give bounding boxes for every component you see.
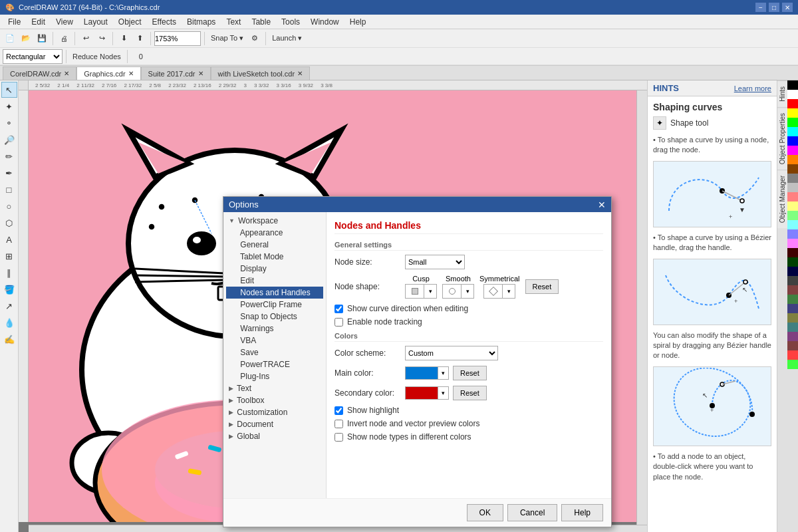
content-panel: Nodes and Handles General settings Node … bbox=[327, 212, 611, 498]
dialog-footer: OK Cancel Help bbox=[223, 498, 611, 527]
ok-button[interactable]: OK bbox=[467, 504, 503, 521]
tree-item-display[interactable]: Display bbox=[226, 263, 323, 275]
secondary-color-swatch-group: ▾ bbox=[405, 386, 449, 400]
secondary-color-row: Secondary color: ▾ Reset bbox=[334, 386, 603, 400]
tree-item-appearance[interactable]: Appearance bbox=[226, 227, 323, 239]
tree-item-edit[interactable]: Edit bbox=[226, 275, 323, 287]
smooth-group: Smooth ▾ bbox=[442, 275, 474, 299]
tree-item-snap-to-objects[interactable]: Snap to Objects bbox=[226, 311, 323, 323]
secondary-color-reset-button[interactable]: Reset bbox=[453, 386, 487, 400]
node-size-select[interactable]: Small Medium Large bbox=[405, 255, 465, 269]
main-color-label: Main color: bbox=[334, 368, 401, 378]
smooth-shape-select[interactable]: ▾ bbox=[442, 284, 474, 299]
dialog-title-bar: Options ✕ bbox=[223, 197, 611, 212]
cusp-shape-box bbox=[406, 285, 424, 298]
invert-node-colors-checkbox[interactable] bbox=[334, 420, 343, 428]
show-node-types-label[interactable]: Show node types in different colors bbox=[347, 432, 471, 442]
tree-item-tablet-mode[interactable]: Tablet Mode bbox=[226, 251, 323, 263]
color-scheme-select[interactable]: Custom Default High Contrast bbox=[405, 346, 498, 360]
main-color-dropdown[interactable]: ▾ bbox=[438, 366, 449, 380]
tree-arrow: ▶ bbox=[229, 385, 233, 392]
node-size-label: Node size: bbox=[334, 257, 401, 267]
main-color-swatch[interactable] bbox=[405, 366, 438, 380]
tree-item-text[interactable]: ▶ Text bbox=[226, 382, 323, 394]
main-color-row: Main color: ▾ Reset bbox=[334, 366, 603, 380]
show-highlight-row: Show highlight bbox=[334, 406, 603, 415]
show-node-types-row: Show node types in different colors bbox=[334, 432, 603, 442]
tree-arrow: ▼ bbox=[229, 217, 235, 224]
smooth-dropdown[interactable]: ▾ bbox=[462, 285, 473, 298]
symmetrical-shape-box bbox=[484, 285, 503, 298]
tree-item-plug-ins[interactable]: Plug-Ins bbox=[226, 370, 323, 382]
options-dialog: Options ✕ ▼ Workspace Appearance General… bbox=[223, 196, 612, 527]
main-color-swatch-group: ▾ bbox=[405, 366, 449, 380]
show-curve-direction-checkbox[interactable] bbox=[334, 305, 343, 313]
smooth-label: Smooth bbox=[446, 275, 471, 283]
tree-item-powerclip-frame[interactable]: PowerClip Frame bbox=[226, 299, 323, 311]
symmetrical-dropdown[interactable]: ▾ bbox=[503, 285, 515, 298]
tree-panel: ▼ Workspace Appearance General Tablet Mo… bbox=[223, 212, 327, 498]
tree-item-powertrace[interactable]: PowerTRACE bbox=[226, 358, 323, 370]
reset-shape-button[interactable]: Reset bbox=[525, 279, 559, 294]
enable-node-tracking-checkbox[interactable] bbox=[334, 318, 343, 327]
enable-node-tracking-label[interactable]: Enable node tracking bbox=[347, 317, 422, 327]
color-scheme-row: Color scheme: Custom Default High Contra… bbox=[334, 346, 603, 360]
colors-label: Colors bbox=[334, 332, 603, 342]
tree-item-toolbox[interactable]: ▶ Toolbox bbox=[226, 394, 323, 406]
symmetrical-shape-select[interactable]: ▾ bbox=[483, 284, 515, 299]
show-node-types-checkbox[interactable] bbox=[334, 433, 343, 442]
secondary-color-swatch[interactable] bbox=[405, 386, 438, 400]
show-curve-direction-row: Show curve direction when editing bbox=[334, 304, 603, 313]
secondary-color-dropdown[interactable]: ▾ bbox=[438, 386, 449, 400]
node-shape-row: Node shape: Cusp ▾ Smoo bbox=[334, 275, 603, 299]
tree-item-save[interactable]: Save bbox=[226, 346, 323, 358]
node-shape-label: Node shape: bbox=[334, 282, 401, 291]
tree-item-customization[interactable]: ▶ Customization bbox=[226, 406, 323, 418]
cusp-dropdown[interactable]: ▾ bbox=[424, 285, 436, 298]
enable-node-tracking-row: Enable node tracking bbox=[334, 317, 603, 327]
symmetrical-group: Symmetrical ▾ bbox=[479, 275, 520, 299]
tree-arrow: ▶ bbox=[229, 409, 233, 416]
content-title: Nodes and Handles bbox=[334, 220, 603, 234]
node-size-row: Node size: Small Medium Large bbox=[334, 255, 603, 269]
tree-item-workspace[interactable]: ▼ Workspace bbox=[226, 215, 323, 227]
tree-item-warnings[interactable]: Warnings bbox=[226, 323, 323, 334]
dialog-body: ▼ Workspace Appearance General Tablet Mo… bbox=[223, 212, 611, 498]
cusp-shape-select[interactable]: ▾ bbox=[405, 284, 437, 299]
invert-node-colors-label[interactable]: Invert node and vector preview colors bbox=[347, 419, 479, 428]
node-shape-options: Cusp ▾ Smooth bbox=[405, 275, 559, 299]
dialog-overlay: Options ✕ ▼ Workspace Appearance General… bbox=[0, 0, 798, 532]
help-button[interactable]: Help bbox=[561, 504, 603, 521]
show-curve-direction-label[interactable]: Show curve direction when editing bbox=[347, 304, 468, 313]
tree-arrow: ▶ bbox=[229, 433, 233, 440]
tree-arrow: ▶ bbox=[229, 421, 233, 428]
show-highlight-label[interactable]: Show highlight bbox=[347, 406, 399, 415]
tree-item-vba[interactable]: VBA bbox=[226, 334, 323, 346]
color-scheme-label: Color scheme: bbox=[334, 348, 401, 358]
symmetrical-label: Symmetrical bbox=[479, 275, 520, 283]
tree-item-general[interactable]: General bbox=[226, 239, 323, 251]
dialog-close-button[interactable]: ✕ bbox=[598, 200, 606, 209]
secondary-color-label: Secondary color: bbox=[334, 388, 401, 398]
cancel-button[interactable]: Cancel bbox=[507, 504, 557, 521]
main-color-reset-button[interactable]: Reset bbox=[453, 366, 487, 380]
invert-node-colors-row: Invert node and vector preview colors bbox=[334, 419, 603, 428]
tree-arrow: ▶ bbox=[229, 397, 233, 404]
smooth-shape-box bbox=[443, 285, 462, 298]
dialog-title: Options bbox=[229, 200, 259, 209]
show-highlight-checkbox[interactable] bbox=[334, 406, 343, 415]
cusp-label: Cusp bbox=[412, 275, 430, 283]
tree-item-nodes-and-handles[interactable]: Nodes and Handles bbox=[226, 287, 323, 299]
cusp-group: Cusp ▾ bbox=[405, 275, 437, 299]
tree-item-document[interactable]: ▶ Document bbox=[226, 418, 323, 430]
tree-item-global[interactable]: ▶ Global bbox=[226, 430, 323, 442]
general-settings-label: General settings bbox=[334, 241, 603, 251]
